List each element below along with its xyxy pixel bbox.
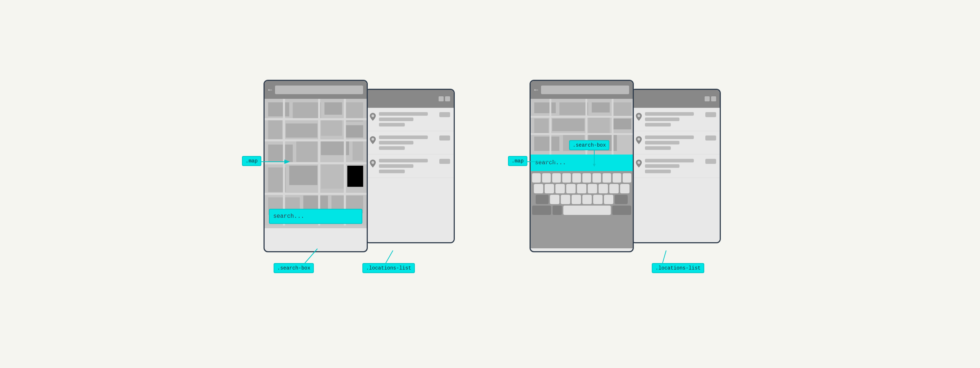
key[interactable] [604,195,613,204]
svg-rect-18 [321,164,344,189]
search-box-annotation-1: .search-box [274,263,314,273]
key[interactable] [572,195,581,204]
key[interactable] [577,184,586,194]
pin-icon-3 [369,160,376,168]
key[interactable] [592,173,601,182]
pin-icon-6 [636,160,642,168]
list-item [632,131,720,154]
svg-rect-8 [268,120,282,141]
svg-rect-4 [268,102,290,116]
search-box-annotation-2: .search-box [569,140,609,150]
main-container: .map .search-box .locations-list ← [242,69,738,299]
header-dot-1 [439,96,444,102]
loc-line [645,123,671,127]
right-panel-header-1 [366,90,454,108]
loc-line [379,164,414,168]
key[interactable] [562,173,571,182]
keyboard-row-2 [532,184,631,194]
list-item [366,108,454,131]
key[interactable] [552,173,561,182]
svg-rect-10 [321,118,342,136]
list-item [632,108,720,131]
svg-rect-15 [353,141,363,161]
key[interactable] [532,173,541,182]
svg-rect-41 [592,102,610,113]
loc-line [645,146,671,150]
loc-line [645,135,694,139]
locations-list-2 [632,108,720,243]
loc-badge-4 [705,112,716,117]
locations-list-annotation-1: .locations-list [363,263,415,273]
group2: .map .search-box .locations-list ← [508,69,738,299]
svg-rect-43 [534,119,549,133]
search-input-active-2[interactable]: search... [531,154,633,171]
svg-rect-44 [552,119,585,131]
list-item [366,131,454,154]
key[interactable] [582,195,592,204]
loc-line [379,117,414,121]
loc-line [379,159,428,162]
svg-rect-5 [293,102,321,120]
key[interactable] [588,184,597,194]
key[interactable] [598,184,608,194]
svg-point-56 [637,138,640,141]
key[interactable] [550,195,559,204]
search-input-1[interactable]: search... [269,209,363,224]
location-lines-1 [379,112,436,127]
key-return[interactable] [612,206,631,215]
key[interactable] [542,173,551,182]
svg-point-31 [371,138,374,141]
key[interactable] [534,184,543,194]
key-numbers[interactable] [532,206,551,215]
phone-left-1: ← [264,80,368,252]
loc-badge-5 [705,135,716,141]
loc-badge-6 [705,159,716,164]
map-annotation-2: .map [508,156,527,166]
key[interactable] [561,195,570,204]
key[interactable] [593,195,603,204]
phone-left-2: ← [530,80,634,252]
key[interactable] [620,184,630,194]
loc-line [379,112,428,116]
loc-line [379,170,405,173]
header-bar-1 [275,86,363,94]
svg-rect-47 [534,136,559,151]
phone-header-2: ← [531,81,633,99]
keyboard-row-1 [532,173,631,182]
key[interactable] [555,184,565,194]
key-space[interactable] [563,206,611,215]
svg-rect-46 [613,119,631,129]
key[interactable] [623,173,631,182]
loc-badge-2 [439,135,450,141]
locations-panel-2 [631,89,721,243]
phone-header-1: ← [265,81,367,99]
key-backspace[interactable] [615,195,628,204]
pin-icon-4 [636,113,642,121]
key[interactable] [603,173,611,182]
key-shift[interactable] [536,195,549,204]
key[interactable] [612,173,621,182]
loc-badge-1 [439,112,450,117]
map-area-1: search... [265,99,367,228]
loc-line [645,141,679,144]
pin-icon-1 [369,113,376,121]
keyboard-2 [531,171,633,248]
svg-rect-42 [613,102,631,116]
loc-line [645,117,679,121]
key-emoji[interactable] [552,206,562,215]
loc-line [379,141,414,144]
svg-point-30 [371,115,374,117]
key[interactable] [566,184,576,194]
key[interactable] [609,184,619,194]
key[interactable] [545,184,554,194]
locations-list-1 [366,108,454,243]
list-item [632,154,720,178]
svg-rect-39 [534,102,556,113]
svg-rect-19 [347,166,363,187]
pin-icon-5 [636,136,642,144]
header-bar-2 [541,86,629,94]
key[interactable] [572,173,581,182]
loc-line [645,159,694,162]
key[interactable] [582,173,591,182]
svg-point-55 [637,115,640,117]
